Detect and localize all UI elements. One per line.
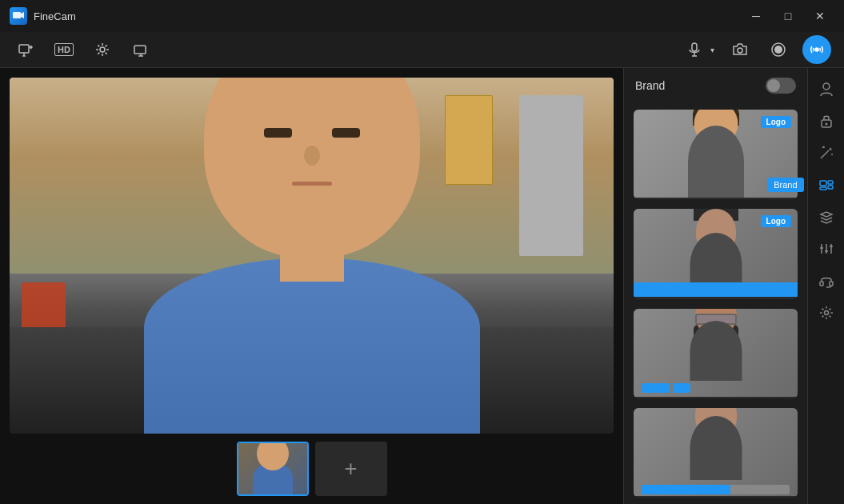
toggle-knob: [767, 79, 780, 92]
lock-icon-button[interactable]: [812, 106, 841, 135]
svg-point-10: [823, 83, 830, 90]
logo-badge-brand-only: Logo: [761, 116, 791, 128]
layers-icon-button[interactable]: [812, 202, 841, 231]
svg-rect-27: [820, 282, 823, 286]
app-title-text: FineCam: [34, 10, 76, 22]
equalizer-icon-button[interactable]: [812, 234, 841, 263]
minimize-button[interactable]: ─: [742, 4, 770, 28]
hd-button[interactable]: HD: [51, 37, 77, 62]
thumbnail-bar: +: [0, 440, 623, 504]
card-block-2: [673, 383, 690, 393]
record-button[interactable]: [764, 35, 793, 64]
maximize-button[interactable]: □: [774, 4, 802, 28]
brand-only-label: Brand Only: [634, 198, 798, 199]
brand-panel-title: Brand: [635, 79, 759, 92]
preview-body-business: [690, 321, 742, 381]
svg-rect-26: [830, 246, 833, 247]
brand-cards-list: Logo Brand Only Logo Personality Card: [624, 103, 807, 504]
brand-panel: Brand Logo Brand Only: [623, 68, 807, 504]
toolbar: HD ▾: [0, 32, 844, 68]
svg-point-6: [738, 48, 742, 53]
svg-rect-17: [820, 181, 826, 186]
video-main: [10, 78, 614, 434]
add-camera-button[interactable]: +: [315, 442, 387, 496]
card-block-1: [642, 383, 670, 393]
toolbar-right: ▾: [682, 35, 831, 64]
title-bar-controls: ─ □ ✕: [742, 4, 834, 28]
personality-preview: Logo: [634, 209, 798, 297]
brand-toggle[interactable]: [766, 78, 796, 94]
svg-line-13: [821, 150, 829, 158]
logo-badge-personality: Logo: [761, 215, 791, 227]
main-layout: + Brand Logo Brand Only: [0, 68, 844, 504]
business-card-item[interactable]: Business Card: [634, 309, 798, 398]
svg-point-3: [100, 47, 105, 52]
brand-icon-button[interactable]: Brand: [812, 170, 841, 199]
svg-rect-20: [820, 187, 826, 190]
mic-dropdown-arrow[interactable]: ▾: [709, 44, 716, 56]
preview-colorful-bar: [642, 485, 790, 494]
add-camera-label: +: [344, 456, 357, 482]
svg-rect-24: [820, 247, 823, 249]
headset-icon-button[interactable]: [812, 266, 841, 295]
gear-icon-button[interactable]: [812, 298, 841, 327]
title-bar-left: FineCam: [10, 7, 76, 25]
app-icon: [10, 7, 27, 25]
business-card-label: Business Card: [634, 397, 798, 398]
svg-point-9: [815, 48, 818, 51]
svg-rect-0: [13, 12, 21, 18]
mic-button[interactable]: [682, 37, 707, 62]
person-icon-button[interactable]: [812, 74, 841, 103]
preview-body-colorful: [690, 416, 742, 480]
svg-point-8: [774, 46, 782, 54]
svg-rect-2: [19, 45, 29, 53]
camera-snapshot-button[interactable]: [726, 35, 754, 64]
colorful-card-label: Colorful Card: [634, 496, 798, 498]
colorful-preview: [634, 408, 798, 496]
close-button[interactable]: ✕: [806, 4, 834, 28]
magic-wand-icon-button[interactable]: [812, 138, 841, 167]
svg-point-29: [824, 311, 828, 315]
video-feed: [10, 78, 614, 434]
stream-button[interactable]: [802, 35, 831, 64]
colorful-card-item[interactable]: Colorful Card: [634, 408, 798, 498]
brand-only-preview: Logo: [634, 110, 798, 198]
settings-button[interactable]: [90, 37, 115, 62]
video-area: +: [0, 68, 623, 504]
svg-rect-25: [825, 250, 828, 252]
hd-label: HD: [54, 43, 74, 56]
svg-rect-28: [830, 282, 833, 286]
preview-card-blocks: [642, 383, 690, 393]
svg-point-12: [825, 123, 827, 126]
mic-group: ▾: [682, 37, 716, 62]
preview-body-brand-only: [688, 126, 744, 198]
title-bar: FineCam ─ □ ✕: [0, 0, 844, 32]
preview-bar-personality: [634, 282, 798, 297]
svg-rect-18: [828, 181, 833, 184]
business-preview: [634, 309, 798, 397]
personality-card-item[interactable]: Logo Personality Card: [634, 209, 798, 298]
brand-header: Brand: [624, 68, 807, 103]
svg-rect-19: [828, 186, 833, 189]
export-button[interactable]: [13, 37, 38, 62]
svg-rect-5: [692, 43, 697, 51]
personality-card-label: Personality Card: [634, 297, 798, 298]
cast-button[interactable]: [128, 37, 154, 62]
brand-only-card[interactable]: Logo Brand Only: [634, 110, 798, 199]
svg-rect-4: [134, 46, 146, 54]
camera-thumbnail-1[interactable]: [237, 442, 309, 496]
side-icons-panel: Brand: [807, 68, 844, 504]
svg-marker-1: [21, 12, 24, 18]
